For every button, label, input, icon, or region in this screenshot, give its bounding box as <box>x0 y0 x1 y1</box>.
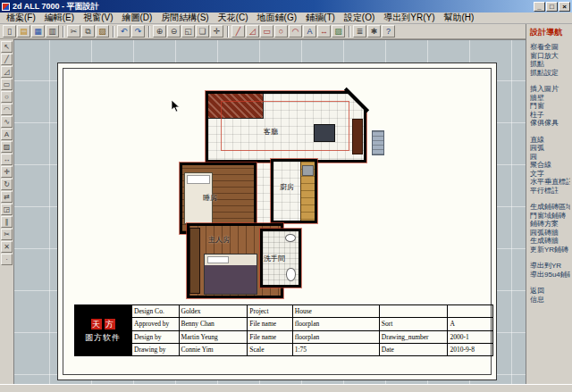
copy-icon[interactable]: ⧉ <box>81 25 95 38</box>
help-icon[interactable]: ? <box>382 25 395 38</box>
panel-item-2-3[interactable]: 聚合線 <box>530 161 570 170</box>
panel-item-2-5[interactable]: 水平垂直標註 <box>530 178 570 187</box>
panel-item-2-1[interactable]: 圓弧 <box>530 144 570 153</box>
menu-item-3[interactable]: 繪圖(D) <box>117 12 156 24</box>
panel-item-4-0[interactable]: 導出到YR <box>530 262 570 271</box>
menu-item-9[interactable]: 導出到YR(Y) <box>379 12 439 24</box>
panel-item-1-3[interactable]: 柱子 <box>530 111 570 120</box>
panel-item-1-2[interactable]: 門窗 <box>530 102 570 111</box>
undo-icon[interactable]: ↶ <box>117 25 130 38</box>
cut-icon[interactable]: ✂ <box>67 25 80 38</box>
panel-item-3-3[interactable]: 圓弧磚牆 <box>530 229 570 238</box>
panel-item-3-0[interactable]: 生成鋪磚區域 <box>530 203 570 212</box>
titleblock-cell-2-1: Martin Yeung <box>179 330 248 343</box>
panel-item-5-0[interactable]: 返回 <box>530 287 570 296</box>
close-button[interactable]: × <box>559 2 570 12</box>
select-icon[interactable]: ↖ <box>1 41 13 53</box>
panel-item-4-1[interactable]: 導出95u4鋪磚 <box>530 271 570 279</box>
window-title: 2d ALL 7000 - 平面設計 <box>13 1 99 13</box>
titleblock-cell-2-5: 2000-1 <box>448 330 493 343</box>
trim-icon[interactable]: ✂ <box>1 229 13 240</box>
polyline-icon[interactable]: ◿ <box>1 66 13 78</box>
panel-item-1-1[interactable]: 牆壁 <box>530 94 570 103</box>
erase-icon[interactable]: ✕ <box>1 241 13 253</box>
titleblock-cell-1-3: floorplan <box>292 318 379 330</box>
rect-icon[interactable]: ▭ <box>260 25 273 38</box>
panel-item-0-2[interactable]: 抓點 <box>530 60 570 69</box>
spline-icon[interactable]: ∿ <box>1 116 13 128</box>
panel-item-0-3[interactable]: 抓點設定 <box>530 69 570 78</box>
menu-item-4[interactable]: 房間結構(S) <box>156 12 213 24</box>
panel-item-3-4[interactable]: 生成磚牆 <box>530 237 570 246</box>
zoom-all-icon[interactable]: ❏ <box>196 25 209 38</box>
zoom-in-icon[interactable]: ⊕ <box>153 25 166 38</box>
menu-item-7[interactable]: 鋪牆(T) <box>301 12 340 24</box>
circle-icon[interactable]: ○ <box>274 25 288 38</box>
save-icon[interactable]: ▦ <box>31 25 45 38</box>
panel-item-3-2[interactable]: 鋪磚方案 <box>530 220 570 229</box>
app-icon <box>2 3 10 11</box>
titleblock-cell-3-2: Scale <box>248 343 293 355</box>
open-icon[interactable]: ▤ <box>17 25 30 38</box>
text-icon[interactable]: A <box>1 129 13 140</box>
panel-title: 設計導航 <box>530 27 570 38</box>
panel-item-5-1[interactable]: 信息 <box>530 296 570 304</box>
hatch-icon[interactable]: ▨ <box>1 141 13 153</box>
panel-item-0-1[interactable]: 窗口放大 <box>530 52 570 61</box>
paste-icon[interactable]: ▨ <box>96 25 109 38</box>
titleblock-cell-0-5 <box>448 305 493 318</box>
rect-icon[interactable]: ▭ <box>1 79 13 90</box>
text-icon[interactable]: A <box>303 25 316 38</box>
zoom-window-icon[interactable]: ◱ <box>181 25 195 38</box>
hatch-icon[interactable]: ▨ <box>332 25 345 38</box>
app-window: { "window": { "title": "2d ALL 7000 - 平面… <box>0 0 572 392</box>
settings-icon[interactable]: ✱ <box>367 25 381 38</box>
pan-icon[interactable]: ✛ <box>210 25 223 38</box>
zoom-out-icon[interactable]: ⊖ <box>167 25 181 38</box>
move-icon[interactable]: ✛ <box>1 166 13 178</box>
dimension-icon[interactable]: ↔ <box>1 154 13 165</box>
room-kitchen[interactable] <box>271 159 317 223</box>
titleblock-cell-3-0: Drawing by <box>132 343 180 355</box>
titleblock-row-0: Design Co.GoldexProjectHouse <box>132 305 493 318</box>
panel-item-3-1[interactable]: 門窗域鋪磚 <box>530 212 570 221</box>
redo-icon[interactable]: ↷ <box>131 25 145 38</box>
offset-icon[interactable]: ∥ <box>1 216 13 228</box>
circle-icon[interactable]: ○ <box>1 91 13 103</box>
rotate-icon[interactable]: ↻ <box>1 179 13 190</box>
arc-icon[interactable]: ◠ <box>1 104 13 115</box>
panel-item-3-5[interactable]: 更新YR鋪磚 <box>530 246 570 254</box>
line-icon[interactable]: ╱ <box>1 54 13 65</box>
scale-icon[interactable]: ◲ <box>1 204 13 215</box>
menu-item-6[interactable]: 地面鋪(G) <box>253 12 301 24</box>
floor-plan[interactable]: 客廳 廚房 睡房 主人房 洗手間 <box>174 88 389 302</box>
panel-item-0-0[interactable]: 察看全圖 <box>530 43 570 52</box>
arc-icon[interactable]: ◠ <box>289 25 302 38</box>
room-living[interactable] <box>206 91 366 163</box>
panel-item-2-2[interactable]: 圓 <box>530 153 570 162</box>
menu-item-1[interactable]: 編輯(E) <box>40 12 79 24</box>
titleblock-cell-1-1: Benny Chan <box>179 318 248 330</box>
polyline-icon[interactable]: ◿ <box>246 25 259 38</box>
new-icon[interactable]: ▯ <box>3 25 16 38</box>
mirror-icon[interactable]: ⇄ <box>1 191 13 203</box>
minimize-button[interactable]: _ <box>534 2 545 12</box>
layers-icon[interactable]: ≣ <box>353 25 366 38</box>
dimension-icon[interactable]: ↔ <box>317 25 331 38</box>
line-icon[interactable]: ╱ <box>231 25 245 38</box>
menu-item-5[interactable]: 天花(C) <box>214 12 253 24</box>
menu-item-0[interactable]: 檔案(F) <box>2 12 40 24</box>
stove <box>302 165 314 176</box>
panel-item-1-4[interactable]: 傢俱傢具 <box>530 119 570 128</box>
menu-item-8[interactable]: 設定(O) <box>340 12 379 24</box>
panel-item-2-4[interactable]: 文字 <box>530 170 570 179</box>
print-icon[interactable]: ▥ <box>46 25 59 38</box>
maximize-button[interactable]: □ <box>546 2 558 12</box>
logo-name: 圆方软件 <box>85 332 121 344</box>
panel-item-2-0[interactable]: 直線 <box>530 136 570 145</box>
panel-item-2-6[interactable]: 平行標註 <box>530 187 570 196</box>
menu-item-10[interactable]: 幫助(H) <box>440 12 479 24</box>
panel-item-1-0[interactable]: 插入圖片 <box>530 85 570 94</box>
menu-item-2[interactable]: 視窗(V) <box>79 12 117 24</box>
point-icon[interactable]: · <box>1 254 13 265</box>
